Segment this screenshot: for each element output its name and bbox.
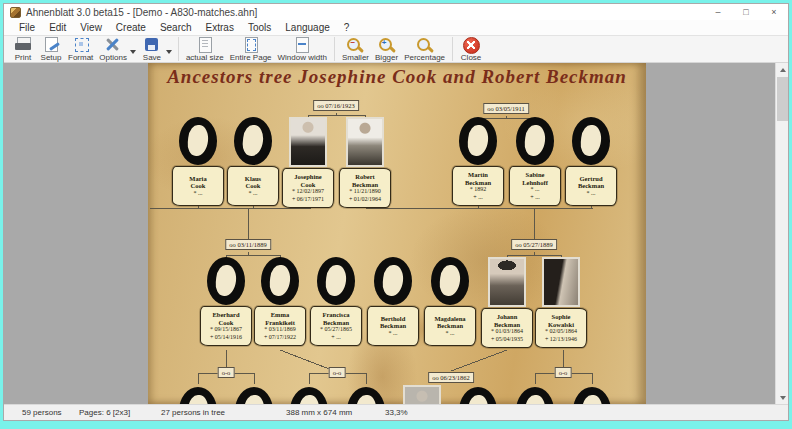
setup-button[interactable]: Setup <box>37 36 65 62</box>
print-button[interactable]: Print <box>9 36 37 62</box>
person-birth: * 09/15/1867 <box>210 326 242 334</box>
tree-connectors <box>148 63 646 404</box>
menu-language[interactable]: Language <box>278 22 337 33</box>
person-death: + 12/13/1946 <box>545 336 577 344</box>
zoom-smaller-button[interactable]: − Smaller <box>339 36 372 62</box>
person-first-name: Josephine <box>294 173 321 181</box>
format-icon <box>70 37 92 53</box>
person-death: + ... <box>331 334 340 342</box>
tree-page: Ancestors tree Josephine Cook and Robert… <box>148 63 646 404</box>
person-first-name: Emma <box>271 311 289 319</box>
toolbar-separator <box>178 37 179 61</box>
silhouette-portrait-icon <box>431 257 469 305</box>
menubar: File Edit View Create Search Extras Tool… <box>4 20 788 35</box>
printer-icon <box>12 37 34 53</box>
maximize-button[interactable]: □ <box>732 4 760 20</box>
magnifier-plus-icon: + <box>376 37 398 53</box>
floppy-disk-icon <box>141 37 163 53</box>
person-last-name: Cook <box>301 181 316 189</box>
person-box: Eberhard Cook * 09/15/1867 + 05/14/1916 <box>200 306 252 346</box>
person-box: Robert Beckman * 11/21/1890 + 01/02/1964 <box>339 168 391 208</box>
person-card: Josephine Cook * 12/02/1897 + 06/17/1971 <box>282 117 334 208</box>
magnifier-icon <box>414 37 436 53</box>
person-box: Gertrud Beckman * ... <box>565 166 617 206</box>
save-button[interactable]: Save <box>138 36 166 62</box>
person-box: Josephine Cook * 12/02/1897 + 06/17/1971 <box>282 168 334 208</box>
window-width-icon <box>291 37 313 53</box>
person-first-name: Klaus <box>245 175 261 183</box>
vertical-scrollbar[interactable] <box>775 63 788 404</box>
photo-portrait <box>403 385 441 404</box>
person-card: Johann Beckman * 01/03/1864 + 05/04/1935 <box>481 257 533 348</box>
scrollbar-thumb[interactable] <box>777 77 788 121</box>
person-first-name: Magdalena <box>434 315 465 323</box>
close-window-button[interactable]: × <box>760 4 788 20</box>
menu-file[interactable]: File <box>12 22 42 33</box>
marriage-label: oo 03/11/1889 <box>225 239 271 250</box>
person-last-name: Frankikeit <box>265 319 295 327</box>
photo-portrait <box>488 257 526 307</box>
person-first-name: Gertrud <box>579 175 602 183</box>
zoom-bigger-button[interactable]: + Bigger <box>372 36 401 62</box>
actual-size-button[interactable]: actual size <box>183 36 227 62</box>
save-dropdown-arrow[interactable] <box>166 50 172 54</box>
minimize-button[interactable]: – <box>704 4 732 20</box>
person-card: Sabine Lehnhoff * ... + ... <box>509 117 561 206</box>
arrow-up-icon <box>780 68 786 72</box>
scroll-up-button[interactable] <box>776 63 788 76</box>
person-last-name: Kowalski <box>548 321 574 329</box>
menu-tools[interactable]: Tools <box>241 22 278 33</box>
menu-view[interactable]: View <box>73 22 109 33</box>
scroll-down-button[interactable] <box>776 391 788 404</box>
marriage-label: oo 07/16/1923 <box>313 100 359 111</box>
preview-area: Ancestors tree Josephine Cook and Robert… <box>4 63 788 404</box>
window-width-button[interactable]: Window width <box>275 36 330 62</box>
window-title: Ahnenblatt 3.0 beta15 - [Demo - A830-mat… <box>26 7 257 18</box>
menu-search[interactable]: Search <box>153 22 199 33</box>
person-box: Emma Frankikeit * 03/11/1869 + 07/17/192… <box>254 306 306 346</box>
close-icon <box>460 37 482 53</box>
close-preview-button[interactable]: Close <box>457 36 485 62</box>
person-box: Maria Cook * ... <box>172 166 224 206</box>
person-birth: * ... <box>194 190 203 198</box>
status-pages: Pages: 6 [2x3] <box>79 408 130 417</box>
photo-portrait <box>289 117 327 167</box>
menu-help[interactable]: ? <box>337 22 357 33</box>
silhouette-portrait-icon <box>261 257 299 305</box>
person-birth: * 1892 <box>470 186 487 194</box>
tools-icon <box>102 37 124 53</box>
titlebar: Ahnenblatt 3.0 beta15 - [Demo - A830-mat… <box>4 4 788 20</box>
person-card: Klaus Cook * ... <box>227 117 279 206</box>
menu-edit[interactable]: Edit <box>42 22 73 33</box>
person-card: Sophie Kowalski * 02/05/1864 + 12/13/194… <box>535 257 587 348</box>
menu-extras[interactable]: Extras <box>199 22 241 33</box>
photo-portrait <box>542 257 580 307</box>
person-death: + 05/04/1935 <box>491 336 523 344</box>
options-button[interactable]: Options <box>96 36 130 62</box>
format-button[interactable]: Format <box>65 36 96 62</box>
entire-page-button[interactable]: Entire Page <box>227 36 275 62</box>
options-dropdown-arrow[interactable] <box>130 50 136 54</box>
person-card: Francisca Beckman * 05/27/1865 + ... <box>310 257 362 346</box>
person-first-name: Johann <box>497 313 518 321</box>
silhouette-portrait-icon <box>317 257 355 305</box>
zoom-percentage-button[interactable]: Percentage <box>401 36 448 62</box>
person-last-name: Beckman <box>352 181 378 189</box>
person-last-name: Lehnhoff <box>522 179 548 187</box>
marriage-label: oo 05/27/1889 <box>511 239 557 250</box>
silhouette-portrait-icon <box>572 117 610 165</box>
person-first-name: Sabine <box>526 171 545 179</box>
arrow-down-icon <box>780 396 786 400</box>
person-first-name: Sophie <box>552 313 571 321</box>
marriage-label: oo 03/05/1911 <box>483 103 529 114</box>
person-box: Johann Beckman * 01/03/1864 + 05/04/1935 <box>481 308 533 348</box>
menu-create[interactable]: Create <box>109 22 153 33</box>
person-card: Gertrud Beckman * ... <box>565 117 617 206</box>
magnifier-minus-icon: − <box>344 37 366 53</box>
window-controls: – □ × <box>704 4 788 20</box>
person-first-name: Francisca <box>322 311 349 319</box>
person-birth: * 01/03/1864 <box>491 328 523 336</box>
person-card: Eberhard Cook * 09/15/1867 + 05/14/1916 <box>200 257 252 346</box>
marriage-label: o-o <box>329 367 346 378</box>
app-icon <box>10 7 21 18</box>
